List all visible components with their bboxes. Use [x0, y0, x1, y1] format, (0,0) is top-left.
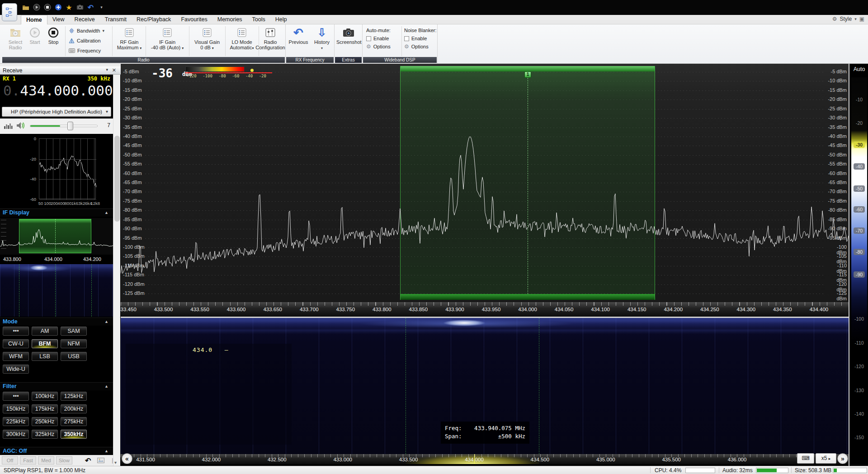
tab-transmit[interactable]: Transmit [100, 15, 132, 24]
equalizer-icon[interactable] [4, 122, 13, 129]
colour-scale-auto-label[interactable]: Auto [849, 66, 868, 72]
tab-memories[interactable]: Memories [212, 15, 247, 24]
frequency-readout[interactable]: 0.434.000.000 [3, 82, 113, 99]
agc-button-med[interactable]: Med [38, 456, 54, 465]
style-chevron-icon[interactable]: ▾ [854, 17, 857, 21]
left-panel-scrollbar-thumb[interactable] [114, 136, 120, 222]
colour-scale-handle-neg80[interactable]: -80 [849, 249, 868, 255]
if-gain-button[interactable]: IF Gain -40 dB (Auto) ▾ [147, 26, 187, 56]
scrollbar-down-arrow-icon[interactable]: ▾ [114, 460, 117, 465]
mode-button--[interactable]: ••• [3, 327, 29, 336]
mode-button-bfm[interactable]: BFM [32, 339, 58, 348]
frequency-button[interactable]: Frequency [69, 47, 112, 54]
colour-scale-handle-neg70[interactable]: -70 [849, 228, 868, 234]
agc-collapse-icon[interactable]: ▲ [104, 449, 108, 453]
ribbon-group-label-radio[interactable]: Radio [2, 57, 285, 63]
mode-button-usb[interactable]: USB [61, 352, 87, 361]
noise-blanker-enable[interactable]: Enable [404, 34, 437, 43]
app-logo-icon[interactable] [2, 3, 17, 21]
left-panel-scrollbar[interactable]: ▾ [113, 75, 120, 466]
filter-button-350khz[interactable]: 350kHz [61, 430, 87, 439]
radio-configuration-button[interactable]: Radio Configuration [255, 26, 286, 56]
theme-icon[interactable]: ▣ [859, 16, 864, 22]
mode-button-wfm[interactable]: WFM [3, 352, 29, 361]
colour-scale-handle-neg40[interactable]: -40 [849, 163, 868, 170]
mode-button-nfm[interactable]: NFM [61, 339, 87, 348]
panel-menu-chevron-icon[interactable]: ▾ [106, 67, 108, 72]
colour-scale-handle-neg90[interactable]: -90 [849, 271, 868, 278]
colour-scale-gradient[interactable] [851, 77, 867, 457]
mode-button-cw-u[interactable]: CW-U [3, 339, 29, 348]
volume-slider-thumb[interactable] [67, 122, 73, 130]
if-display-collapse-icon[interactable]: ▲ [104, 210, 108, 215]
agc-button-off[interactable]: Off [2, 456, 18, 465]
filter-button-300khz[interactable]: 300kHz [3, 430, 29, 439]
keyboard-entry-button[interactable]: ⌨ [797, 453, 814, 464]
rf-gain-button[interactable]: RF Gain Maximum ▾ [115, 26, 144, 56]
agc-image-icon[interactable] [97, 458, 104, 463]
filter-button-325khz[interactable]: 325kHz [32, 430, 58, 439]
lo-mode-button[interactable]: LO Mode Automatic▾ [227, 26, 257, 56]
ribbon-group-label-wideband-dsp[interactable]: Wideband DSP [363, 57, 437, 63]
agc-header[interactable]: AGC: Off ▲ [0, 447, 113, 455]
filter-collapse-icon[interactable]: ▲ [104, 384, 108, 389]
if-display-header[interactable]: IF Display ▲ [0, 209, 113, 217]
tab-tools[interactable]: Tools [247, 15, 270, 24]
ribbon-group-label-extras[interactable]: Extras [335, 57, 362, 63]
tab-view[interactable]: View [47, 15, 70, 24]
settings-gear-icon[interactable]: ⚙ [832, 16, 837, 22]
tab-help[interactable]: Help [270, 15, 292, 24]
mode-collapse-icon[interactable]: ▲ [104, 319, 108, 324]
filter-button-175khz[interactable]: 175kHz [32, 404, 58, 413]
receive-panel-header[interactable]: Receive ▾ ✕ [0, 66, 121, 75]
automute-enable[interactable]: Enable [366, 34, 401, 43]
frequency-display[interactable]: RX 1 350 kHz 0.434.000.000 [0, 75, 113, 105]
waterfall-frequency-ruler[interactable]: 431.500432.000432.500433.000433.500434.0… [121, 454, 849, 464]
previous-button[interactable]: ↶ Previous [287, 26, 310, 56]
filter-button-100khz[interactable]: 100kHz [32, 392, 58, 401]
noise-blanker-enable-checkbox[interactable] [404, 36, 409, 41]
history-button[interactable]: ⇩ History ▾ [311, 26, 333, 56]
scroll-left-button[interactable]: « [122, 453, 132, 464]
filter-button-250khz[interactable]: 250kHz [32, 417, 58, 426]
filter-header[interactable]: Filter ▲ [0, 382, 113, 390]
volume-slider[interactable] [30, 125, 98, 127]
mode-button-lsb[interactable]: LSB [32, 352, 58, 361]
filter-button-225khz[interactable]: 225kHz [3, 417, 29, 426]
open-folder-icon[interactable] [22, 4, 29, 11]
scroll-right-button[interactable]: » [837, 453, 848, 464]
tab-receive[interactable]: Receive [70, 15, 100, 24]
zoom-factor-button[interactable]: x5 ▸ [816, 453, 836, 464]
filter-button--[interactable]: ••• [3, 392, 29, 401]
filter-button-125khz[interactable]: 125kHz [61, 392, 87, 401]
screenshot-camera-icon[interactable] [76, 4, 84, 11]
colour-scale-handle-neg30[interactable]: -30 [849, 142, 868, 148]
start-icon[interactable] [33, 4, 40, 11]
speaker-icon[interactable] [16, 122, 25, 129]
calibration-button[interactable]: Calibration [69, 37, 112, 44]
if-display-waterfall[interactable] [0, 264, 113, 317]
tab-home[interactable]: Home [21, 15, 47, 24]
agc-button-fast[interactable]: Fast [20, 456, 36, 465]
mode-button-am[interactable]: AM [32, 327, 58, 336]
level-colour-bar[interactable] [185, 66, 245, 72]
qat-customize-chevron-icon[interactable]: ▾ [98, 4, 105, 11]
favourites-star-icon[interactable]: ★ [65, 4, 73, 11]
mode-header[interactable]: Mode ▲ [0, 318, 113, 326]
tab-favourites[interactable]: Favourites [176, 15, 212, 24]
agc-undo-icon[interactable]: ↶ [85, 456, 91, 465]
mode-button-wide-u[interactable]: Wide-U [3, 365, 29, 374]
stop-icon[interactable] [43, 4, 51, 11]
panel-close-icon[interactable]: ✕ [112, 67, 116, 73]
filter-button-275khz[interactable]: 275kHz [61, 417, 87, 426]
stop-button[interactable]: Stop [44, 26, 62, 56]
bandwidth-button[interactable]: Bandwidth ▾ [69, 27, 112, 34]
noise-blanker-options[interactable]: ⚙Options [404, 43, 437, 51]
style-label[interactable]: Style [840, 16, 852, 22]
ribbon-group-label-rx-frequency[interactable]: RX Frequency [286, 57, 334, 63]
filter-button-200khz[interactable]: 200kHz [61, 404, 87, 413]
filter-button-150khz[interactable]: 150kHz [3, 404, 29, 413]
start-button[interactable]: Start [26, 26, 43, 56]
select-radio-button[interactable]: Select Radio [4, 26, 27, 56]
main-spectrum[interactable]: 1 -5 dBm-10 dBm-15 dBm-20 dBm-25 dBm-30 … [121, 64, 849, 302]
